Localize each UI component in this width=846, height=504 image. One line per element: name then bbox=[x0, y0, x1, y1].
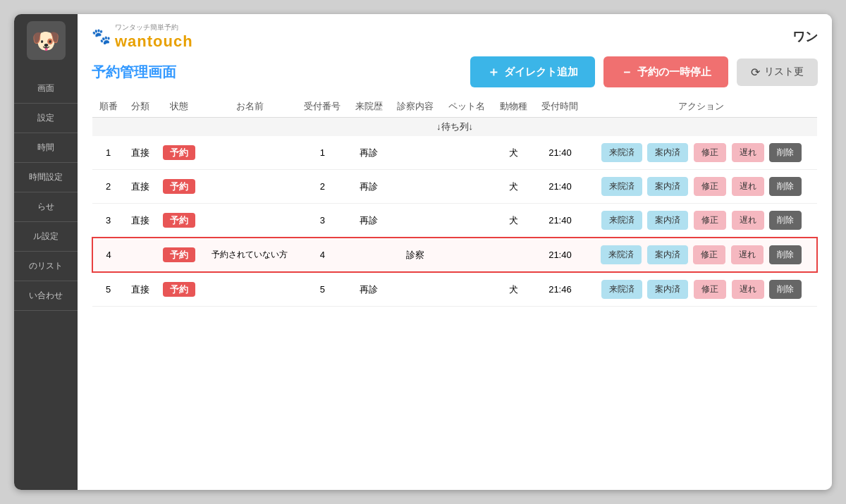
sidebar-item-screen[interactable]: 画面 bbox=[14, 74, 78, 104]
cell-action: 来院済 案内済 修正 遅れ 削除 bbox=[586, 238, 817, 272]
cell-reception: 4 bbox=[297, 238, 348, 272]
cell-status: 予約 bbox=[156, 238, 203, 272]
logo-sub: ワンタッチ簡単予約 bbox=[115, 23, 193, 32]
sidebar-item-time[interactable]: 時間 bbox=[14, 133, 78, 163]
table-row: 2 直接 予約 2 再診 犬 21:40 来院済 bbox=[92, 170, 817, 204]
table-container: 順番 分類 状態 お名前 受付番号 来院歴 診察内容 ペット名 動物種 受付時間… bbox=[78, 96, 832, 490]
sidebar-item-contact[interactable]: い合わせ bbox=[14, 281, 78, 311]
cell-name bbox=[203, 136, 297, 170]
raiin-button[interactable]: 来院済 bbox=[601, 245, 642, 264]
cell-action: 来院済 案内済 修正 遅れ 削除 bbox=[586, 204, 817, 238]
main-content: 🐾 ワンタッチ簡単予約 wantouch ワン 予約管理画面 ＋ ダイレクト追加 bbox=[78, 14, 832, 490]
col-name: お名前 bbox=[203, 96, 297, 118]
cell-visit: 再診 bbox=[348, 170, 390, 204]
annai-button[interactable]: 案内済 bbox=[647, 245, 688, 264]
cell-name bbox=[203, 272, 297, 307]
cell-time: 21:40 bbox=[534, 204, 586, 238]
shusei-button[interactable]: 修正 bbox=[693, 245, 725, 264]
cell-name: 予約されていない方 bbox=[203, 238, 297, 272]
sakujo-button[interactable]: 削除 bbox=[769, 211, 802, 230]
cell-num: 4 bbox=[92, 238, 124, 272]
okure-button[interactable]: 遅れ bbox=[732, 143, 764, 162]
cell-name bbox=[203, 170, 297, 204]
page-title: 予約管理画面 bbox=[92, 63, 176, 82]
sidebar-item-notify[interactable]: らせ bbox=[14, 192, 78, 222]
sidebar-logo: 🐶 bbox=[27, 21, 66, 60]
cell-visit: 再診 bbox=[348, 204, 390, 238]
cell-category bbox=[124, 238, 156, 272]
sidebar: 🐶 画面 設定 時間 時間設定 らせ ル設定 のリスト い合わせ bbox=[14, 14, 78, 490]
status-badge: 予約 bbox=[163, 282, 195, 297]
raiin-button[interactable]: 来院済 bbox=[601, 211, 642, 230]
shusei-button[interactable]: 修正 bbox=[694, 143, 726, 162]
annai-button[interactable]: 案内済 bbox=[647, 143, 688, 162]
okure-button[interactable]: 遅れ bbox=[732, 280, 764, 299]
pause-button[interactable]: － 予約の一時停止 bbox=[603, 56, 728, 87]
cell-pet bbox=[441, 204, 493, 238]
cell-action: 来院済 案内済 修正 遅れ 削除 bbox=[586, 272, 817, 307]
cell-pet bbox=[441, 272, 493, 307]
cell-reception: 1 bbox=[297, 136, 348, 170]
cell-animal: 犬 bbox=[493, 204, 534, 238]
plus-icon: ＋ bbox=[487, 63, 500, 80]
list-update-button[interactable]: ⟳ リスト更 bbox=[737, 59, 818, 86]
cell-status: 予約 bbox=[156, 136, 203, 170]
raiin-button[interactable]: 来院済 bbox=[601, 280, 642, 299]
header: 🐾 ワンタッチ簡単予約 wantouch ワン 予約管理画面 ＋ ダイレクト追加 bbox=[78, 14, 832, 96]
cell-reception: 2 bbox=[297, 170, 348, 204]
raiin-button[interactable]: 来院済 bbox=[601, 177, 642, 196]
table-row-highlighted: 4 予約 予約されていない方 4 診察 21:40 来院済 bbox=[92, 238, 817, 272]
shusei-button[interactable]: 修正 bbox=[694, 177, 726, 196]
annai-button[interactable]: 案内済 bbox=[647, 177, 688, 196]
raiin-button[interactable]: 来院済 bbox=[601, 143, 642, 162]
okure-button[interactable]: 遅れ bbox=[732, 211, 764, 230]
logo-main: wantouch bbox=[115, 32, 193, 51]
cell-visit: 再診 bbox=[348, 272, 390, 307]
annai-button[interactable]: 案内済 bbox=[647, 280, 688, 299]
sakujo-button[interactable]: 削除 bbox=[769, 280, 802, 299]
col-num: 順番 bbox=[92, 96, 124, 118]
sakujo-button[interactable]: 削除 bbox=[769, 143, 802, 162]
minus-icon: － bbox=[620, 63, 633, 80]
col-status: 状態 bbox=[156, 96, 203, 118]
sidebar-item-ruleset[interactable]: ル設定 bbox=[14, 222, 78, 252]
cell-animal: 犬 bbox=[493, 272, 534, 307]
refresh-icon: ⟳ bbox=[751, 66, 760, 79]
table-row: 5 直接 予約 5 再診 犬 21:46 来院済 bbox=[92, 272, 817, 307]
col-time: 受付時間 bbox=[534, 96, 586, 118]
shusei-button[interactable]: 修正 bbox=[694, 211, 726, 230]
sakujo-button[interactable]: 削除 bbox=[769, 245, 802, 264]
cell-pet bbox=[441, 170, 493, 204]
status-badge: 予約 bbox=[163, 145, 195, 160]
cell-time: 21:46 bbox=[534, 272, 586, 307]
toolbar: 予約管理画面 ＋ ダイレクト追加 － 予約の一時停止 ⟳ リスト更 bbox=[92, 56, 818, 87]
cell-num: 2 bbox=[92, 170, 124, 204]
status-badge: 予約 bbox=[163, 213, 195, 228]
cell-action: 来院済 案内済 修正 遅れ 削除 bbox=[586, 136, 817, 170]
okure-button[interactable]: 遅れ bbox=[732, 177, 764, 196]
cell-time: 21:40 bbox=[534, 238, 586, 272]
sidebar-item-settings[interactable]: 設定 bbox=[14, 104, 78, 133]
cell-animal: 犬 bbox=[493, 170, 534, 204]
cell-animal: 犬 bbox=[493, 136, 534, 170]
col-visit: 来院歴 bbox=[348, 96, 390, 118]
cell-category: 直接 bbox=[124, 204, 156, 238]
okure-button[interactable]: 遅れ bbox=[731, 245, 764, 264]
cell-treatment: 診察 bbox=[390, 238, 441, 272]
annai-button[interactable]: 案内済 bbox=[647, 211, 688, 230]
cell-time: 21:40 bbox=[534, 136, 586, 170]
cell-treatment bbox=[390, 272, 441, 307]
col-category: 分類 bbox=[124, 96, 156, 118]
waiting-label: ↓待ち列↓ bbox=[92, 118, 817, 137]
sidebar-item-list[interactable]: のリスト bbox=[14, 252, 78, 281]
direct-add-button[interactable]: ＋ ダイレクト追加 bbox=[470, 56, 595, 87]
table-header-row: 順番 分類 状態 お名前 受付番号 来院歴 診察内容 ペット名 動物種 受付時間… bbox=[92, 96, 817, 118]
cell-action: 来院済 案内済 修正 遅れ 削除 bbox=[586, 170, 817, 204]
sidebar-item-timeset[interactable]: 時間設定 bbox=[14, 163, 78, 192]
cell-treatment bbox=[390, 136, 441, 170]
cell-treatment bbox=[390, 170, 441, 204]
cell-num: 1 bbox=[92, 136, 124, 170]
cell-category: 直接 bbox=[124, 272, 156, 307]
sakujo-button[interactable]: 削除 bbox=[769, 177, 802, 196]
shusei-button[interactable]: 修正 bbox=[694, 280, 726, 299]
